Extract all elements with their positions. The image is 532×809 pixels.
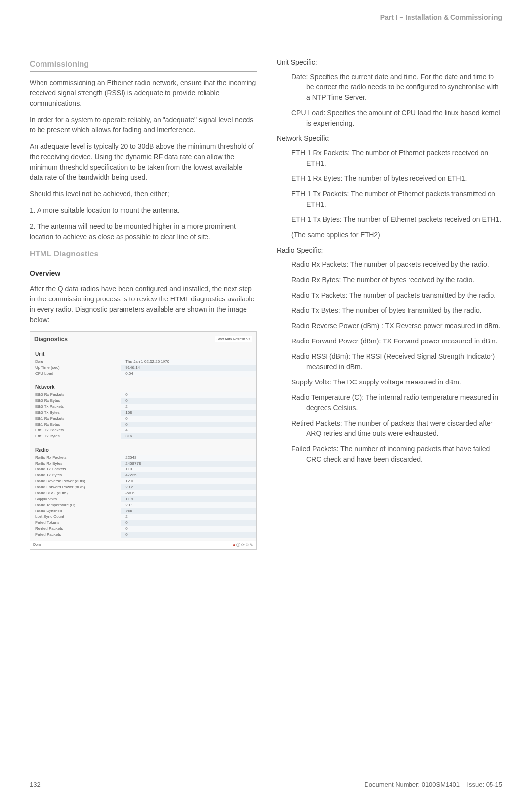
table-cell-value: 29.2: [121, 484, 256, 490]
diag-radio-title: Radio: [30, 442, 256, 455]
left-column: Commissioning When commissioning an Ethe…: [30, 57, 257, 550]
table-cell-label: Radio Rx Bytes: [30, 461, 121, 467]
table-row: Eth0 Rx Packets0: [30, 392, 256, 398]
diag-network-table: Eth0 Rx Packets0Eth0 Rx Bytes0Eth0 Tx Pa…: [30, 392, 256, 439]
radio-forward-def: Radio Forward Power (dBm): TX Forward po…: [277, 336, 502, 346]
diagnostics-screenshot: Diagnostics Start Auto Refresh 5 s Unit …: [30, 331, 257, 550]
commissioning-point2: 2. The antenna will need to be mounted h…: [30, 221, 257, 242]
table-cell-label: Lost Sync Count: [30, 514, 121, 520]
table-cell-value: 20.1: [121, 502, 256, 508]
commissioning-p2: In order for a system to operate reliabl…: [30, 115, 257, 135]
table-cell-label: Up Time (sec): [30, 365, 121, 371]
info-icon: ⓘ: [236, 542, 240, 548]
table-cell-label: Radio Forward Power (dBm): [30, 484, 121, 490]
table-row: Failed Tokens0: [30, 520, 256, 526]
radio-reverse-def: Radio Reverse Power (dBm) : TX Reverse p…: [277, 321, 502, 331]
table-cell-value: 0: [121, 416, 256, 422]
page-header-right: Part I – Installation & Commissioning: [30, 12, 502, 23]
diag-footer-done: Done: [33, 542, 41, 548]
table-row: Supply Volts11.9: [30, 496, 256, 502]
table-row: Radio Rx Bytes2458778: [30, 461, 256, 467]
commissioning-point1: 1. A more suitable location to mount the…: [30, 205, 257, 215]
table-cell-label: Radio RSSI (dBm): [30, 490, 121, 496]
network-specific-head: Network Specific:: [277, 133, 502, 144]
network-icon: ⚙: [246, 542, 249, 548]
table-row: Radio Rx Packets22548: [30, 455, 256, 461]
table-cell-label: Eth1 Tx Packets: [30, 427, 121, 433]
diag-refresh-button[interactable]: Start Auto Refresh 5 s: [215, 336, 252, 343]
table-cell-value: 47225: [121, 472, 256, 478]
table-row: Eth1 Tx Packets4: [30, 427, 256, 433]
table-row: Up Time (sec)9146.14: [30, 365, 256, 371]
table-row: Radio Tx Bytes47225: [30, 472, 256, 478]
table-cell-label: Eth0 Tx Bytes: [30, 410, 121, 416]
html-diagnostics-title: HTML Diagnostics: [30, 248, 257, 261]
table-row: Lost Sync Count2: [30, 514, 256, 520]
table-cell-value: 0: [121, 526, 256, 532]
table-row: Eth1 Rx Bytes0: [30, 422, 256, 427]
radio-tx-packets-def: Radio Tx Packets: The number of packets …: [277, 290, 502, 300]
table-row: Radio Forward Power (dBm)29.2: [30, 484, 256, 490]
commissioning-p1: When commissioning an Ethernet radio net…: [30, 78, 257, 109]
table-cell-value: 0: [121, 422, 256, 427]
sync-icon: ⟳: [241, 542, 245, 548]
table-cell-value: 2: [121, 404, 256, 410]
table-cell-value: -58.6: [121, 490, 256, 496]
table-cell-value: Yes: [121, 508, 256, 514]
table-cell-value: 0: [121, 532, 256, 538]
table-cell-value: 11.9: [121, 496, 256, 502]
table-cell-label: Radio Tx Bytes: [30, 472, 121, 478]
table-row: Eth1 Rx Packets0: [30, 416, 256, 422]
table-cell-label: CPU Load: [30, 371, 121, 377]
table-cell-label: Failed Packets: [30, 532, 121, 538]
diag-footer-icons: ● ⓘ ⟳ ⚙ ✎: [233, 542, 253, 548]
tool-icon: ✎: [250, 542, 253, 548]
supply-volts-def: Supply Volts: The DC supply voltage meas…: [277, 377, 502, 387]
table-cell-label: Date: [30, 359, 121, 365]
radio-specific-head: Radio Specific:: [277, 245, 502, 255]
eth1-tx-packets-def: ETH 1 Tx Packets: The number of Ethernet…: [277, 189, 502, 210]
table-cell-value: 9146.14: [121, 365, 256, 371]
table-cell-value: 0: [121, 520, 256, 526]
failed-packets-def: Failed Packets: The number of incoming p…: [277, 444, 502, 465]
table-row: DateThu Jan 1 02:32:26 1970: [30, 359, 256, 365]
table-row: Radio Temperature (C)20.1: [30, 502, 256, 508]
radio-rx-bytes-def: Radio Rx Bytes: The number of bytes rece…: [277, 275, 502, 285]
right-column: Unit Specific: Date: Specifies the curre…: [277, 57, 502, 550]
diag-unit-table: DateThu Jan 1 02:32:26 1970Up Time (sec)…: [30, 359, 256, 377]
content-columns: Commissioning When commissioning an Ethe…: [30, 57, 502, 550]
table-cell-value: 316: [121, 433, 256, 439]
table-row: Eth0 Tx Bytes168: [30, 410, 256, 416]
table-row: Radio SynchedYes: [30, 508, 256, 514]
radio-rx-packets-def: Radio Rx Packets: The number of packets …: [277, 259, 502, 270]
overview-text: After the Q data radios have been config…: [30, 284, 257, 325]
eth1-rx-bytes-def: ETH 1 Rx Bytes: The number of bytes rece…: [277, 173, 502, 184]
table-cell-label: Eth0 Rx Packets: [30, 392, 121, 398]
commissioning-p4: Should this level not be achieved, then …: [30, 189, 257, 199]
commissioning-title: Commissioning: [30, 58, 257, 72]
cpu-load-definition: CPU Load: Specifies the amount of CPU lo…: [277, 108, 502, 128]
table-cell-label: Supply Volts: [30, 496, 121, 502]
table-row: Eth0 Rx Bytes0: [30, 398, 256, 404]
table-cell-value: 168: [121, 410, 256, 416]
table-cell-value: 4: [121, 427, 256, 433]
table-cell-label: Radio Reverse Power (dBm): [30, 478, 121, 484]
table-row: Retried Packets0: [30, 526, 256, 532]
table-cell-label: Radio Rx Packets: [30, 455, 121, 461]
radio-rssi-def: Radio RSSI (dBm): The RSSI (Received Sig…: [277, 351, 502, 372]
shield-icon: ●: [233, 542, 235, 548]
table-row: Failed Packets0: [30, 532, 256, 538]
eth1-rx-packets-def: ETH 1 Rx Packets: The number of Ethernet…: [277, 148, 502, 169]
table-cell-value: 0.04: [121, 371, 256, 377]
table-cell-label: Eth0 Tx Packets: [30, 404, 121, 410]
diag-title: Diagnostics: [34, 335, 68, 343]
table-row: Radio RSSI (dBm)-58.6: [30, 490, 256, 496]
table-cell-value: 0: [121, 398, 256, 404]
table-cell-label: Radio Temperature (C): [30, 502, 121, 508]
page-footer: 132 Document Number: 0100SM1401 Issue: 0…: [30, 780, 502, 790]
radio-tx-bytes-def: Radio Tx Bytes: The number of bytes tran…: [277, 305, 502, 316]
table-cell-value: 2458778: [121, 461, 256, 467]
overview-title: Overview: [30, 268, 257, 279]
table-row: Radio Tx Packets110: [30, 467, 256, 472]
radio-temp-def: Radio Temperature (C): The internal radi…: [277, 392, 502, 413]
